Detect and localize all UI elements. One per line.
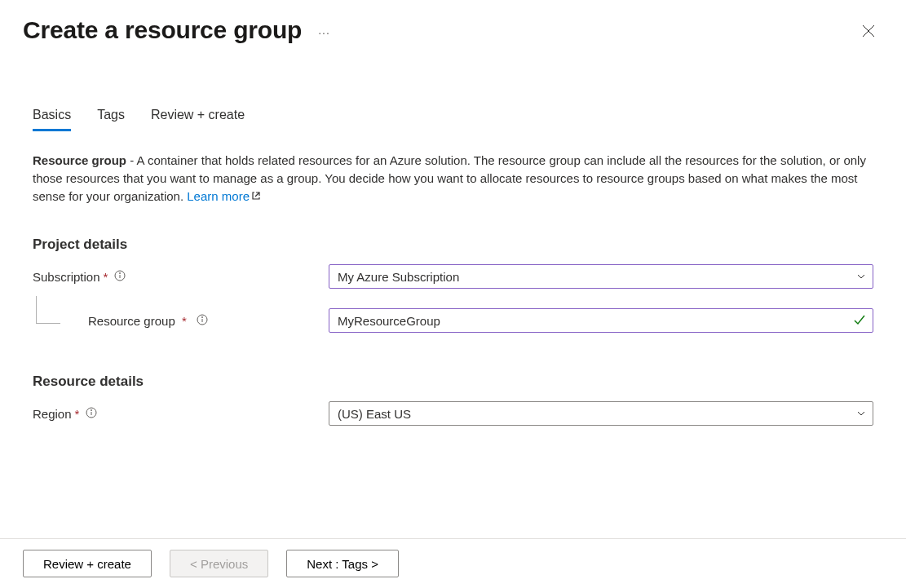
chevron-down-icon xyxy=(856,407,866,421)
checkmark-icon xyxy=(853,313,866,329)
tree-indent-line xyxy=(36,296,60,324)
svg-point-4 xyxy=(120,272,121,273)
description-text: Resource group - A container that holds … xyxy=(33,152,873,206)
more-actions-icon[interactable]: ··· xyxy=(318,26,330,39)
region-value: (US) East US xyxy=(338,407,411,421)
close-icon xyxy=(862,26,875,40)
info-icon[interactable] xyxy=(197,314,208,328)
tabs: Basics Tags Review + create xyxy=(0,108,906,132)
subscription-select[interactable]: My Azure Subscription xyxy=(329,264,873,289)
region-select[interactable]: (US) East US xyxy=(329,401,873,426)
resource-group-label: Resource group xyxy=(88,314,175,328)
learn-more-link[interactable]: Learn more xyxy=(187,189,250,203)
page-title: Create a resource group xyxy=(23,16,302,44)
required-indicator: * xyxy=(104,270,108,284)
svg-point-10 xyxy=(91,409,92,410)
info-icon[interactable] xyxy=(86,407,97,421)
tab-tags[interactable]: Tags xyxy=(97,108,125,131)
tab-review[interactable]: Review + create xyxy=(151,108,245,131)
resource-group-input[interactable]: MyResourceGroup xyxy=(329,308,873,333)
resource-details-heading: Resource details xyxy=(33,374,873,390)
subscription-label: Subscription xyxy=(33,270,100,284)
region-label: Region xyxy=(33,407,72,421)
next-button[interactable]: Next : Tags > xyxy=(286,550,399,577)
resource-group-value: MyResourceGroup xyxy=(338,314,440,328)
subscription-value: My Azure Subscription xyxy=(338,270,459,284)
close-button[interactable] xyxy=(857,20,880,46)
tab-basics[interactable]: Basics xyxy=(33,108,71,131)
svg-point-7 xyxy=(201,316,202,317)
external-link-icon xyxy=(251,188,261,206)
info-icon[interactable] xyxy=(114,270,126,284)
project-details-heading: Project details xyxy=(33,237,873,253)
previous-button: < Previous xyxy=(170,550,268,577)
required-indicator: * xyxy=(182,314,187,328)
chevron-down-icon xyxy=(856,270,866,284)
review-create-button[interactable]: Review + create xyxy=(23,550,152,577)
required-indicator: * xyxy=(75,407,80,421)
